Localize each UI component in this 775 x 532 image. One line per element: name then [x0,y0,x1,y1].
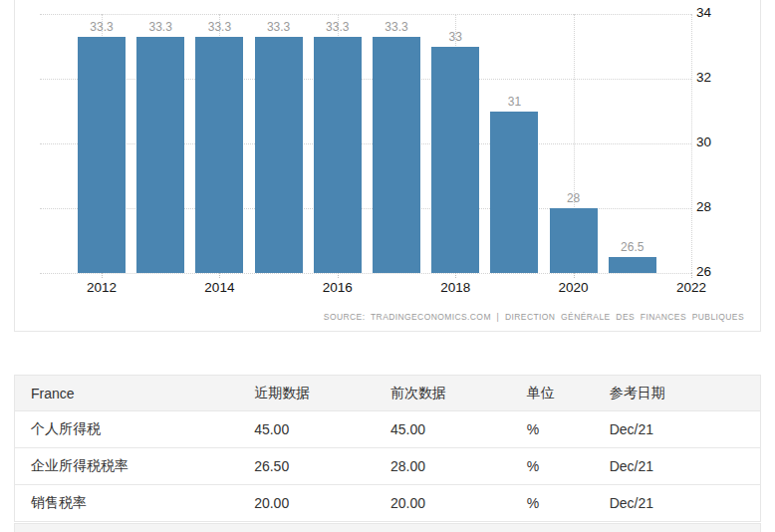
plot-area: 343230282620122014201620182020202233.333… [15,0,760,330]
bar-value-label: 33.3 [187,20,251,34]
bar[interactable] [136,37,184,273]
x-axis-tick-label: 2020 [542,280,606,295]
gridline-horizontal [40,273,691,274]
table-header-col: 近期数据 [238,376,375,411]
source-credit: SOURCE: TRADINGECONOMICS.COM | DIRECTION… [324,312,744,322]
latest-value-cell: 26.50 [238,448,375,485]
y-axis-tick-label: 26 [696,264,736,279]
x-axis-tick-label: 2014 [187,280,251,295]
bar[interactable] [609,257,656,273]
x-axis-tick-label: 2016 [306,280,370,295]
previous-value-cell: 20.00 [375,485,511,522]
y-axis-tick-label: 30 [696,134,736,149]
bar[interactable] [373,37,420,273]
x-axis-tick-mark [455,273,456,278]
reference-date-cell: Dec/21 [594,485,761,522]
bar-value-label: 33.3 [70,20,133,34]
x-axis-tick-mark [691,273,692,278]
y-axis-tick-label: 28 [696,199,736,214]
bar[interactable] [195,37,243,273]
unit-cell: % [511,411,594,448]
previous-value-cell: 28.00 [375,448,511,485]
indicator-link[interactable]: 个人所得税 [15,411,239,448]
unit-cell: % [511,485,594,522]
indicator-label[interactable]: 个人所得税 [31,420,101,436]
bar[interactable] [550,208,598,273]
bar[interactable] [255,37,303,273]
next-table-header-strip [14,523,761,532]
bar-value-label: 33.3 [306,20,370,34]
indicator-label[interactable]: 销售税率 [31,494,87,510]
table-header-country: France [15,376,239,411]
bar[interactable] [490,112,538,274]
gridline-vertical [691,14,692,273]
table-header-row: France近期数据前次数据单位参考日期 [15,376,761,411]
chart-card: 343230282620122014201620182020202233.333… [14,0,761,332]
table-row: 销售税率20.0020.00%Dec/21 [15,485,761,522]
bar-value-label: 33.3 [247,20,311,34]
gridline-horizontal [40,14,691,15]
table-header-col: 单位 [511,376,594,411]
x-axis-tick-label: 2022 [659,280,723,295]
indicator-link[interactable]: 销售税率 [15,485,239,522]
bar-value-label: 28 [542,191,606,205]
latest-value-cell: 20.00 [238,485,375,522]
x-axis-tick-mark [574,273,575,278]
indicator-link[interactable]: 企业所得税税率 [15,448,239,485]
bar-value-label: 26.5 [601,240,664,254]
bar-value-label: 33.3 [365,20,428,34]
x-axis-tick-label: 2012 [70,280,133,295]
bar-value-label: 33.3 [129,20,192,34]
bar[interactable] [314,37,362,273]
table-header-col: 前次数据 [375,376,511,411]
indicator-label[interactable]: 企业所得税税率 [31,457,129,473]
bar-value-label: 31 [482,95,546,109]
x-axis-tick-label: 2018 [423,280,487,295]
bar[interactable] [78,37,126,273]
table-row: 个人所得税45.0045.00%Dec/21 [15,411,761,448]
indicator-table: France近期数据前次数据单位参考日期 个人所得税45.0045.00%Dec… [14,375,761,522]
previous-value-cell: 45.00 [375,411,511,448]
latest-value-cell: 45.00 [238,411,375,448]
reference-date-cell: Dec/21 [594,448,761,485]
y-axis-tick-label: 32 [696,70,736,85]
x-axis-tick-mark [219,273,220,278]
x-axis-tick-mark [102,273,103,278]
bar[interactable] [431,47,479,274]
y-axis-tick-label: 34 [696,5,736,20]
unit-cell: % [511,448,594,485]
table-header-col: 参考日期 [594,376,761,411]
x-axis-tick-mark [338,273,339,278]
reference-date-cell: Dec/21 [594,411,761,448]
table-row: 企业所得税税率26.5028.00%Dec/21 [15,448,761,485]
bar-value-label: 33 [423,30,487,44]
